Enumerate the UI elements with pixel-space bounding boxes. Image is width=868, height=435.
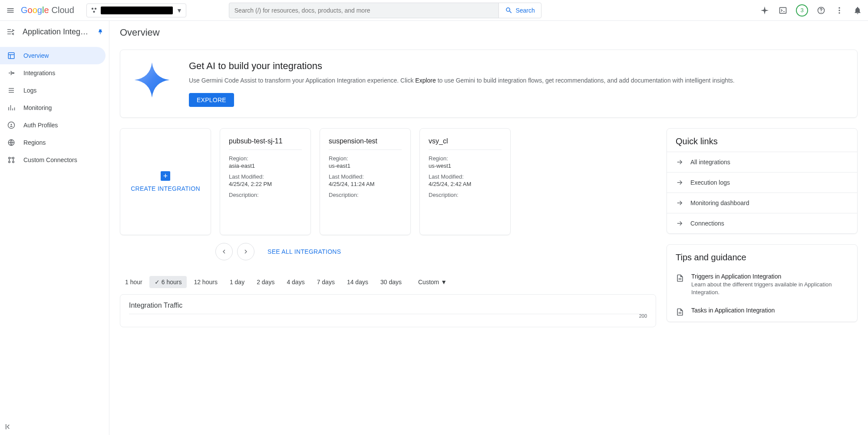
quick-link-monitoring[interactable]: Monitoring dashboard [667, 193, 857, 213]
integration-cards-row: + CREATE INTEGRATION pubsub-test-sj-11 R… [120, 128, 656, 235]
project-name-redacted [101, 7, 173, 14]
ai-banner-title: Get AI to build your integrations [189, 60, 735, 72]
tip-title: Tasks in Application Integration [691, 307, 775, 314]
quick-link-execution-logs[interactable]: Execution logs [667, 172, 857, 193]
region-label: Region: [429, 155, 502, 162]
ai-banner-description: Use Germini Code Assist to transform you… [189, 76, 735, 85]
sidebar-nav: Overview Integrations Logs Monitoring Au… [0, 43, 109, 169]
notifications-icon[interactable] [852, 5, 863, 16]
arrow-right-icon [676, 199, 683, 207]
see-all-integrations-link[interactable]: SEE ALL INTEGRATIONS [267, 248, 341, 255]
svg-point-0 [92, 7, 93, 9]
svg-point-7 [838, 12, 840, 13]
tip-description: Learn about the different triggers avail… [691, 281, 848, 296]
svg-point-2 [93, 10, 95, 12]
caret-down-icon: ▼ [441, 279, 447, 286]
sidebar-item-auth-profiles[interactable]: Auth Profiles [0, 116, 109, 134]
time-option-2days[interactable]: 2 days [251, 276, 280, 288]
region-label: Region: [329, 155, 402, 162]
sidebar-item-label: Integrations [23, 70, 55, 76]
cloud-shell-icon[interactable] [778, 5, 788, 16]
check-icon: ✓ [155, 279, 160, 286]
integration-name: pubsub-test-sj-11 [229, 137, 302, 150]
tip-item-tasks[interactable]: Tasks in Application Integration [667, 302, 857, 322]
help-icon[interactable] [816, 5, 826, 16]
explore-button[interactable]: EXPLORE [189, 93, 234, 107]
svg-point-19 [13, 161, 14, 163]
free-trial-badge[interactable]: 3 [796, 4, 808, 17]
description-label: Description: [329, 192, 402, 198]
sidebar-item-regions[interactable]: Regions [0, 134, 109, 151]
time-option-14days[interactable]: 14 days [342, 276, 373, 288]
time-option-12hours[interactable]: 12 hours [188, 276, 222, 288]
sidebar-item-label: Regions [23, 139, 46, 146]
caret-down-icon: ▼ [176, 7, 182, 14]
integration-card[interactable]: vsy_cl Region: us-west1 Last Modified: 4… [419, 128, 511, 235]
svg-rect-20 [679, 278, 682, 279]
time-option-30days[interactable]: 30 days [375, 276, 407, 288]
tip-item-triggers[interactable]: Triggers in Application Integration Lear… [667, 268, 857, 302]
sidebar-item-integrations[interactable]: Integrations [0, 64, 109, 82]
time-option-4days[interactable]: 4 days [281, 276, 310, 288]
pin-icon[interactable] [97, 28, 104, 35]
sidebar-item-custom-connectors[interactable]: Custom Connectors [0, 151, 109, 169]
svg-point-9 [13, 72, 14, 74]
integration-name: suspension-test [329, 137, 402, 150]
global-header: GoogleCloud ▼ Search 3 [0, 0, 868, 21]
google-cloud-logo[interactable]: GoogleCloud [21, 5, 74, 15]
quick-link-connections[interactable]: Connections [667, 213, 857, 233]
integration-card[interactable]: suspension-test Region: us-east1 Last Mo… [320, 128, 411, 235]
time-option-7days[interactable]: 7 days [312, 276, 340, 288]
search-icon [505, 7, 513, 14]
page-title: Overview [120, 27, 858, 38]
arrow-right-icon [676, 179, 683, 186]
project-selector[interactable]: ▼ [86, 3, 186, 17]
svg-point-14 [11, 124, 12, 125]
auth-icon [7, 121, 16, 130]
search-button[interactable]: Search [498, 3, 541, 18]
sidebar-header: Application Integr… [0, 21, 109, 43]
time-option-custom[interactable]: Custom ▼ [413, 276, 452, 288]
gemini-spark-large-icon [132, 60, 172, 100]
document-icon [676, 308, 684, 316]
modified-label: Last Modified: [229, 173, 302, 180]
region-value: us-east1 [329, 163, 402, 169]
svg-point-1 [95, 7, 96, 9]
arrow-right-icon [676, 219, 683, 227]
prev-page-button[interactable] [215, 243, 233, 260]
time-option-1hour[interactable]: 1 hour [120, 276, 148, 288]
svg-rect-10 [9, 88, 14, 89]
ai-banner: Get AI to build your integrations Use Ge… [120, 50, 858, 118]
integration-name: vsy_cl [429, 137, 502, 150]
integration-card[interactable]: pubsub-test-sj-11 Region: asia-east1 Las… [220, 128, 311, 235]
modified-value: 4/25/24, 2:22 PM [229, 181, 302, 187]
collapse-sidebar-icon[interactable] [4, 423, 12, 431]
more-vert-icon[interactable] [834, 5, 845, 16]
search-input[interactable] [229, 7, 499, 14]
hamburger-menu-icon[interactable] [5, 5, 16, 16]
quick-link-all-integrations[interactable]: All integrations [667, 152, 857, 172]
gemini-spark-icon[interactable] [759, 5, 770, 16]
next-page-button[interactable] [237, 243, 254, 260]
logs-icon [7, 86, 16, 95]
document-icon [676, 274, 684, 282]
sidebar-item-monitoring[interactable]: Monitoring [0, 99, 109, 116]
sidebar: Application Integr… Overview Integration… [0, 21, 109, 435]
create-integration-card[interactable]: + CREATE INTEGRATION [120, 128, 211, 235]
quick-links-panel: Quick links All integrations Execution l… [667, 128, 858, 234]
regions-icon [7, 138, 16, 147]
sidebar-item-logs[interactable]: Logs [0, 82, 109, 99]
time-option-1day[interactable]: 1 day [224, 276, 250, 288]
modified-value: 4/25/24, 11:24 AM [329, 181, 402, 187]
traffic-ymax-label: 200 [639, 313, 647, 319]
sidebar-item-overview[interactable]: Overview [0, 47, 106, 64]
search-bar: Search [229, 3, 541, 18]
project-icon [90, 7, 98, 14]
monitoring-icon [7, 103, 16, 112]
quick-links-title: Quick links [667, 129, 857, 152]
time-option-6hours[interactable]: ✓ 6 hours [149, 276, 187, 288]
overview-icon [7, 51, 16, 60]
sidebar-item-label: Logs [23, 87, 36, 94]
modified-value: 4/25/24, 2:42 AM [429, 181, 502, 187]
svg-point-6 [838, 10, 840, 11]
